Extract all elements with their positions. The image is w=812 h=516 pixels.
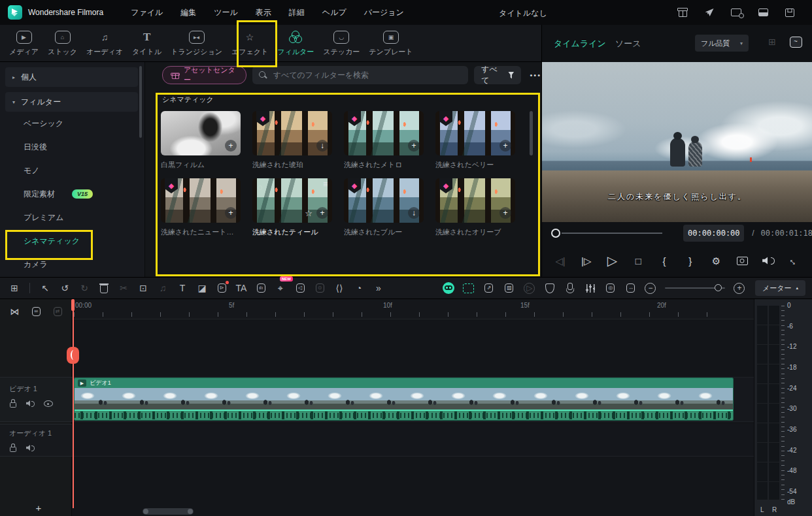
asset-center-button[interactable]: アセットセンター (162, 66, 246, 84)
tab-media[interactable]: ▶ メディア (9, 30, 39, 57)
menu-item[interactable]: ファイル (131, 7, 163, 18)
text-to-speech-icon[interactable]: TA (233, 281, 249, 295)
sidebar-scrollbar[interactable] (139, 66, 142, 138)
speed-icon[interactable]: ◔ (351, 281, 367, 295)
select-tool-icon[interactable]: ↖ (37, 281, 53, 295)
filter-thumbnail[interactable]: + (161, 178, 241, 223)
playhead-grip[interactable] (67, 347, 79, 364)
filter-card[interactable]: + 洗練されたニュートラル (161, 178, 241, 242)
mark-in-icon[interactable]: { (656, 253, 672, 268)
download-icon[interactable]: ↓ (408, 207, 420, 219)
more-options-button[interactable]: ••• (530, 71, 541, 79)
playhead-line[interactable] (73, 299, 74, 508)
dock-layout-icon[interactable] (755, 5, 771, 20)
preview-tab-timeline[interactable]: タイムライン (554, 38, 606, 50)
add-icon[interactable]: + (316, 207, 328, 219)
panel-layout-icon[interactable]: ⊞ (7, 281, 22, 295)
track-manager-icon[interactable]: ⇄ (50, 304, 65, 319)
fullscreen-icon[interactable]: ↔ (787, 253, 802, 268)
filter-thumbnail[interactable]: + (435, 111, 515, 155)
filter-thumbnail[interactable]: ◌ ≡ ☆ + (252, 178, 332, 223)
next-frame-icon[interactable]: |▷ (579, 253, 594, 268)
tab-stock[interactable]: ⌂ ストック (48, 30, 77, 57)
tab-transition[interactable]: ▸◂ トランジション (171, 30, 222, 57)
sidebar-group-filter[interactable]: ▾ フィルター (5, 92, 138, 112)
split-view-icon[interactable]: ⊞ (764, 35, 780, 49)
mask-icon[interactable]: ◪ (194, 281, 210, 295)
export-clip-icon[interactable]: ⇗ (481, 281, 497, 295)
delete-icon[interactable] (96, 281, 112, 295)
add-icon[interactable]: + (225, 207, 237, 219)
quality-dropdown[interactable]: フル品質 ▾ (695, 35, 749, 52)
mute-track-icon[interactable] (25, 398, 37, 408)
audio-track-lane[interactable] (72, 424, 754, 457)
filter-card[interactable]: + 洗練されたメトロ (344, 111, 424, 174)
tab-effects[interactable]: ☆ エフェクト (231, 30, 268, 57)
current-timecode[interactable]: 00:00:00:00 (683, 225, 744, 242)
lock-track-icon[interactable] (8, 398, 19, 408)
download-icon[interactable]: ↓ (316, 140, 328, 152)
menu-item[interactable]: バージョン (364, 7, 404, 18)
add-icon[interactable]: + (408, 140, 420, 152)
filter-thumbnail[interactable]: ↓ (252, 111, 332, 155)
redo-icon[interactable]: ↻ (76, 281, 92, 295)
auto-reframe-icon[interactable]: ⊙ (312, 281, 328, 295)
snap-icon[interactable]: ⋈ (7, 304, 22, 319)
timeline-zoom-slider[interactable] (665, 284, 725, 292)
filter-card[interactable]: ↓ 洗練されたブルー (344, 178, 424, 242)
tab-filter[interactable]: フィルター (277, 30, 314, 57)
scope-icon[interactable]: ~ (788, 35, 804, 49)
menu-item[interactable]: 表示 (256, 7, 271, 18)
play-icon[interactable]: ▷ (605, 253, 620, 268)
filter-card[interactable]: ◌ ≡ ☆ + 洗練されたティール (252, 178, 332, 242)
audio-mixer-icon[interactable] (583, 281, 598, 295)
filter-thumbnail[interactable]: + (344, 111, 424, 155)
filter-card[interactable]: ↓ 洗練された琥珀 (252, 111, 332, 174)
snapshot-icon[interactable] (734, 253, 750, 268)
sidebar-category[interactable]: ベーシック (0, 112, 144, 135)
promote-icon[interactable] (702, 5, 717, 20)
add-icon[interactable]: + (499, 140, 511, 152)
proxy-icon[interactable]: ◎ (603, 281, 618, 295)
plan-info-icon[interactable] (728, 5, 744, 20)
speech-to-text-icon[interactable]: ◁ (292, 281, 308, 295)
filter-card[interactable]: + 白黒フィルム (161, 111, 241, 174)
filter-card[interactable]: + 洗練されたベリー (435, 111, 515, 174)
beat-detect-icon[interactable]: ♫ (155, 281, 171, 295)
sidebar-category[interactable]: 日没後 (0, 135, 144, 159)
stop-icon[interactable]: □ (630, 253, 646, 268)
mute-track-icon[interactable] (25, 443, 37, 453)
sidebar-category[interactable]: シネマティック (0, 229, 144, 253)
save-project-icon[interactable] (782, 5, 798, 20)
fit-timeline-icon[interactable]: ↔ (623, 281, 639, 295)
more-tools-icon[interactable]: » (371, 281, 386, 295)
tab-template[interactable]: ▣ テンプレート (369, 30, 413, 57)
menu-item[interactable]: 編集 (180, 7, 196, 18)
favorite-star-icon[interactable]: ☆ (305, 208, 313, 218)
timeline-horizontal-scrollbar[interactable] (143, 508, 194, 515)
playback-settings-icon[interactable]: ⚙ (709, 253, 724, 268)
ai-copilot-icon[interactable] (441, 281, 456, 295)
link-clips-icon[interactable]: ∞ (28, 304, 44, 319)
split-icon[interactable]: ✂ (116, 281, 131, 295)
video-preview-canvas[interactable]: 二人の未来を優しく照らし出す。 (542, 62, 812, 222)
add-icon[interactable]: + (499, 207, 511, 219)
library-scrollbar[interactable] (530, 111, 533, 155)
undo-icon[interactable]: ↺ (57, 281, 73, 295)
search-input[interactable] (272, 70, 462, 80)
crop-icon[interactable]: ⊡ (135, 281, 151, 295)
voiceover-mic-icon[interactable] (562, 281, 578, 295)
add-icon[interactable]: + (225, 140, 237, 152)
audio-stretch-icon[interactable]: ılı (253, 281, 269, 295)
render-preview-icon[interactable]: ▷ (522, 281, 537, 295)
zoom-out-icon[interactable]: − (643, 281, 658, 295)
menu-item[interactable]: ツール (214, 7, 238, 18)
filter-card[interactable]: + 洗練されたオリーブ (435, 178, 515, 242)
video-clip[interactable]: ▶ ビデオ1 (74, 378, 734, 421)
smart-short-clips-icon[interactable]: ⊳ (214, 281, 229, 295)
prev-frame-icon[interactable]: ◁| (552, 253, 568, 268)
shield-icon[interactable] (542, 281, 558, 295)
seek-track[interactable] (562, 233, 662, 234)
sidebar-category[interactable]: カメラ (0, 253, 144, 276)
add-track-button[interactable]: + (33, 502, 44, 513)
